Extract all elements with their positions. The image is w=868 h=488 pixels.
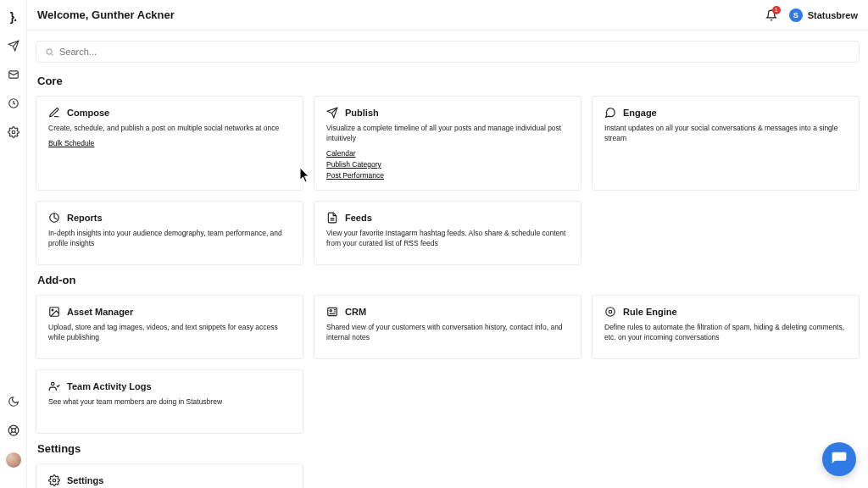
card-title: Engage [623,108,657,118]
topbar: Welcome, Gunther Ackner 1 S Statusbrew [27,0,868,30]
link-bulk-schedule[interactable]: Bulk Schedule [48,139,291,147]
section-addon-title: Add-on [37,274,860,286]
card-title: Team Activity Logs [67,381,152,391]
team-activity-icon [48,380,60,392]
app-root: }. Welcome, Gunther Ackner 1 S Statusbre… [0,0,868,488]
card-reports[interactable]: Reports In-depth insights into your audi… [36,201,303,265]
svg-point-8 [52,309,53,311]
card-title: Rule Engine [623,307,677,317]
help-icon[interactable] [7,424,20,437]
card-title: Settings [67,475,103,485]
compose-icon [48,107,60,119]
card-title: Publish [345,108,379,118]
content-scroll: Core Compose Create, schedule, and publi… [27,30,868,488]
svg-point-14 [53,479,56,482]
card-title: Asset Manager [67,307,133,317]
card-team-activity[interactable]: Team Activity Logs See what your team me… [36,369,303,434]
card-feeds[interactable]: Feeds View your favorite Instagarm hasht… [314,201,581,265]
card-desc: See what your team members are doing in … [48,397,291,408]
section-core-title: Core [37,75,860,87]
svg-point-10 [330,309,331,311]
rule-engine-icon [604,306,616,318]
link-post-performance[interactable]: Post Performance [326,171,569,180]
card-engage[interactable]: Engage Instant updates on all your socia… [592,96,860,191]
org-switcher[interactable]: S Statusbrew [789,8,858,22]
feeds-icon [326,212,338,224]
card-title: CRM [345,307,366,317]
settings-nav-icon[interactable] [7,125,20,139]
org-avatar: S [789,8,803,22]
search-icon [45,47,54,57]
engage-nav-icon[interactable] [7,68,20,81]
publish-nav-icon[interactable] [7,39,20,53]
svg-point-13 [52,382,55,385]
asset-manager-icon [48,306,60,318]
chat-icon [831,451,848,468]
svg-point-12 [606,308,615,317]
crm-icon [326,306,338,318]
core-cards: Compose Create, schedule, and publish a … [36,96,860,265]
card-publish[interactable]: Publish Visualize a complete timeline of… [314,96,581,191]
theme-icon[interactable] [7,395,20,408]
card-title: Compose [67,108,109,118]
settings-card-icon [48,474,60,486]
svg-point-5 [47,48,52,53]
engage-icon [604,107,616,119]
link-calendar[interactable]: Calendar [326,149,569,158]
card-desc: Shared view of your customers with conve… [326,323,569,343]
search-input[interactable] [59,47,850,57]
card-desc: Define rules to automate the filtration … [604,323,847,343]
card-title: Feeds [345,213,372,223]
card-desc: In-depth insights into your audience dem… [48,229,291,249]
search-bar[interactable] [36,41,860,63]
card-desc: Upload, store and tag images, videos, an… [48,323,291,343]
card-desc: View your favorite Instagarm hashtag fee… [326,229,569,249]
chat-fab[interactable] [822,442,856,476]
main-area: Welcome, Gunther Ackner 1 S Statusbrew C… [27,0,868,488]
brand-logo[interactable]: }. [10,10,16,24]
sidebar: }. [0,0,27,488]
page-title: Welcome, Gunther Ackner [37,8,175,21]
publish-icon [326,107,338,119]
link-publish-category[interactable]: Publish Category [326,160,569,169]
card-crm[interactable]: CRM Shared view of your customers with c… [314,295,581,359]
reports-nav-icon[interactable] [7,97,20,110]
card-desc: Instant updates on all your social conve… [604,124,847,144]
svg-point-4 [11,429,15,433]
svg-point-11 [609,310,612,313]
user-avatar[interactable] [6,452,21,468]
card-title: Reports [67,213,103,223]
card-settings[interactable]: Settings Manage all your organization's … [36,463,303,488]
card-compose[interactable]: Compose Create, schedule, and publish a … [36,96,303,191]
section-settings-title: Settings [37,442,860,455]
card-desc: Create, schedule, and publish a post on … [48,124,291,134]
org-name: Statusbrew [808,10,858,20]
card-desc: Visualize a complete timeline of all you… [326,124,569,144]
svg-point-2 [12,130,15,134]
settings-cards: Settings Manage all your organization's … [36,463,860,488]
card-rule-engine[interactable]: Rule Engine Define rules to automate the… [592,295,860,359]
card-asset-manager[interactable]: Asset Manager Upload, store and tag imag… [36,295,303,359]
notifications-button[interactable]: 1 [765,9,777,21]
notification-badge: 1 [772,6,781,14]
reports-icon [48,212,60,224]
addon-cards: Asset Manager Upload, store and tag imag… [36,295,860,434]
